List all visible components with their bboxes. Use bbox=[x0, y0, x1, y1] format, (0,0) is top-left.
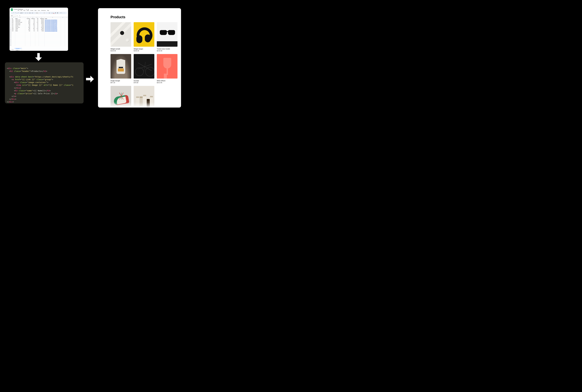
cell[interactable] bbox=[61, 42, 65, 42]
cell[interactable] bbox=[25, 44, 30, 45]
currency-icon[interactable]: $ bbox=[25, 12, 26, 14]
cell[interactable]: ID bbox=[12, 18, 15, 19]
cell[interactable] bbox=[30, 33, 35, 34]
cell[interactable]: 0% bbox=[30, 19, 35, 20]
redo-icon[interactable]: ↷ bbox=[15, 12, 16, 14]
column-header[interactable]: A bbox=[12, 17, 15, 18]
row-header[interactable]: 11 bbox=[10, 30, 12, 32]
cell[interactable]: 5% bbox=[35, 20, 39, 22]
cell[interactable] bbox=[15, 35, 25, 36]
cell[interactable] bbox=[15, 42, 25, 44]
cell[interactable]: Gadget bbox=[15, 28, 25, 29]
cell[interactable] bbox=[30, 38, 35, 39]
row-header[interactable]: 8 bbox=[10, 27, 12, 28]
product-image[interactable] bbox=[110, 54, 131, 78]
cell-link[interactable]: https://example.com/images/AS4.jpg bbox=[44, 27, 61, 28]
cell[interactable]: 0% bbox=[30, 20, 35, 22]
cell[interactable] bbox=[35, 40, 39, 42]
menu-format[interactable]: Format bbox=[30, 10, 33, 11]
cell[interactable] bbox=[30, 40, 35, 42]
row-header[interactable]: 17 bbox=[10, 38, 12, 39]
cell[interactable] bbox=[12, 35, 15, 36]
menu-data[interactable]: Data bbox=[34, 10, 36, 11]
cell[interactable]: $183.75 bbox=[39, 29, 44, 30]
column-header[interactable]: B bbox=[15, 17, 25, 18]
row-header[interactable]: 3 bbox=[10, 20, 12, 22]
cell[interactable]: Tax bbox=[35, 18, 39, 19]
more-icon[interactable]: ⋮ bbox=[64, 12, 65, 14]
cell[interactable] bbox=[25, 36, 30, 38]
cell-link[interactable]: https://example.com/images/AZ4.jpg bbox=[44, 24, 61, 26]
product-image[interactable] bbox=[110, 22, 131, 47]
cell[interactable] bbox=[25, 42, 30, 44]
cell[interactable] bbox=[39, 44, 44, 45]
cell[interactable] bbox=[61, 33, 65, 34]
cell[interactable]: $103.95 bbox=[39, 19, 44, 20]
row-header[interactable]: 15 bbox=[10, 35, 12, 36]
cell[interactable] bbox=[30, 44, 35, 45]
cell[interactable] bbox=[12, 36, 15, 38]
product-image[interactable] bbox=[157, 22, 178, 47]
cell-link[interactable]: https://example.com/images/CB2.jpg bbox=[44, 20, 61, 22]
cell[interactable] bbox=[65, 40, 68, 42]
cell[interactable]: $145 bbox=[25, 23, 30, 24]
row-header[interactable]: 4 bbox=[10, 22, 12, 23]
cell[interactable] bbox=[65, 42, 68, 42]
cell[interactable]: AZ4 bbox=[12, 24, 15, 26]
cell[interactable]: $59 bbox=[25, 24, 30, 26]
cell[interactable]: List Price bbox=[25, 18, 30, 19]
row-header[interactable]: 19 bbox=[10, 40, 12, 42]
cell[interactable] bbox=[30, 34, 35, 35]
cell[interactable] bbox=[30, 35, 35, 36]
cell[interactable] bbox=[12, 44, 15, 45]
cell[interactable] bbox=[65, 44, 68, 45]
column-header[interactable]: F bbox=[39, 17, 44, 18]
cell[interactable] bbox=[39, 38, 44, 39]
cell[interactable] bbox=[15, 45, 25, 46]
cell[interactable] bbox=[15, 32, 25, 33]
cell[interactable] bbox=[39, 36, 44, 38]
menu-extensions[interactable]: Extensions bbox=[41, 10, 46, 11]
product-card[interactable]: Doodad$78.00 bbox=[134, 54, 154, 84]
cell[interactable] bbox=[15, 40, 25, 42]
strike-icon[interactable]: S bbox=[52, 12, 52, 14]
cell[interactable] bbox=[44, 35, 61, 36]
font-select[interactable]: Defaul... bbox=[35, 12, 40, 14]
cell[interactable] bbox=[61, 36, 65, 38]
cell[interactable] bbox=[44, 42, 61, 44]
cell[interactable]: $78 bbox=[25, 26, 30, 27]
row-header[interactable]: 9 bbox=[10, 28, 12, 29]
cell[interactable] bbox=[61, 28, 65, 29]
cell[interactable]: $47.20 bbox=[39, 24, 44, 26]
cell[interactable]: 0% bbox=[30, 29, 35, 30]
cell[interactable]: AS4 bbox=[12, 27, 15, 28]
cell[interactable] bbox=[15, 44, 25, 45]
row-header[interactable]: 22 bbox=[10, 44, 12, 45]
cell[interactable]: DE1 bbox=[12, 22, 15, 23]
cell[interactable]: $156.45 bbox=[39, 20, 44, 22]
cell[interactable]: 0% bbox=[30, 27, 35, 28]
cell[interactable] bbox=[44, 38, 61, 39]
cell[interactable]: 0% bbox=[35, 24, 39, 26]
row-header[interactable]: 5 bbox=[10, 23, 12, 24]
name-box[interactable]: K24 bbox=[10, 15, 16, 16]
cell[interactable] bbox=[65, 30, 68, 32]
row-header[interactable]: 7 bbox=[10, 26, 12, 27]
cell[interactable]: Gismo bbox=[15, 29, 25, 30]
cell[interactable] bbox=[25, 33, 30, 34]
row-header[interactable]: 13 bbox=[10, 33, 12, 34]
product-card[interactable]: Trinket (new model)$218.90 bbox=[157, 22, 178, 52]
namebox-dropdown-icon[interactable]: ▾ bbox=[17, 15, 18, 16]
cell[interactable] bbox=[39, 39, 44, 40]
cell-link[interactable]: https://example.com/images/DU7.jpg bbox=[44, 30, 61, 32]
paint-format-icon[interactable]: ✎ bbox=[18, 12, 19, 14]
move-folder-icon[interactable]: 🗀 bbox=[26, 8, 27, 10]
cell[interactable] bbox=[44, 42, 61, 42]
cell[interactable]: 0% bbox=[30, 30, 35, 32]
cell[interactable] bbox=[65, 39, 68, 40]
cell[interactable] bbox=[44, 39, 61, 40]
cell[interactable] bbox=[61, 23, 65, 24]
cell[interactable] bbox=[25, 42, 30, 42]
cell[interactable] bbox=[65, 29, 68, 30]
cell[interactable]: 5% bbox=[35, 27, 39, 28]
